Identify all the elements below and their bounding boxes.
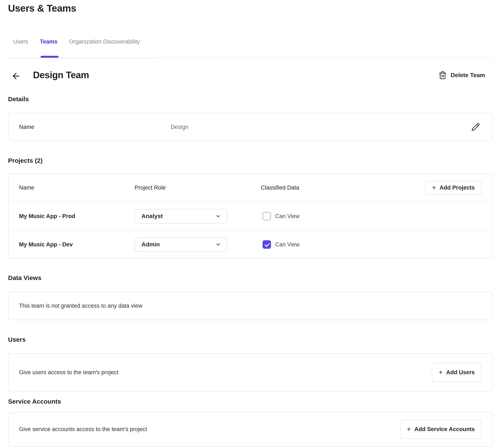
add-service-accounts-label: Add Service Accounts [414, 426, 475, 432]
column-header-name: Name [19, 184, 135, 191]
chevron-down-icon [215, 213, 221, 219]
add-users-button[interactable]: + Add Users [432, 363, 482, 382]
table-row: My Music App - Prod Analyst Can View [8, 202, 492, 230]
edit-name-button[interactable] [470, 121, 482, 133]
add-users-label: Add Users [446, 369, 475, 376]
tab-organization-discoverability[interactable]: Organization Discoverability [69, 38, 140, 45]
tab-teams[interactable]: Teams [40, 38, 58, 45]
chevron-down-icon [215, 242, 221, 247]
project-role-select[interactable]: Analyst [135, 209, 227, 224]
plus-icon: + [407, 425, 411, 432]
delete-team-label: Delete Team [451, 72, 485, 79]
trash-icon [438, 71, 447, 80]
project-name: My Music App - Dev [19, 241, 135, 248]
plus-icon: + [439, 368, 443, 376]
service-accounts-card: Give service accounts access to the team… [8, 412, 493, 447]
add-projects-label: Add Projects [439, 184, 475, 191]
details-heading: Details [8, 96, 29, 103]
team-name-value: Design [171, 124, 470, 130]
project-role-select[interactable]: Admin [135, 237, 227, 252]
tab-bar: Users Teams Organization Discoverability [13, 38, 140, 45]
page-title: Users & Teams [8, 2, 76, 14]
projects-table: Name Project Role Classified Data + Add … [8, 173, 493, 258]
back-button[interactable] [11, 71, 22, 81]
team-name-label: Name [19, 124, 171, 130]
data-views-card: This team is not granted access to any d… [8, 292, 493, 320]
project-role-value: Admin [141, 241, 160, 248]
table-row: My Music App - Dev Admin Can View [8, 230, 492, 258]
data-views-empty-text: This team is not granted access to any d… [19, 303, 143, 309]
tabbar-divider [8, 58, 154, 58]
team-title: Design Team [33, 70, 89, 80]
project-role-value: Analyst [141, 213, 163, 220]
can-view-checkbox[interactable] [262, 240, 271, 249]
can-view-label: Can View [275, 241, 300, 248]
data-views-heading: Data Views [8, 274, 41, 282]
project-name: My Music App - Prod [19, 213, 135, 220]
users-heading: Users [8, 336, 26, 343]
details-card: Name Design [8, 113, 493, 141]
service-accounts-heading: Service Accounts [8, 398, 61, 405]
can-view-checkbox[interactable] [262, 212, 271, 220]
projects-heading: Projects (2) [8, 157, 43, 164]
can-view-label: Can View [275, 213, 300, 220]
tab-users[interactable]: Users [13, 38, 28, 45]
plus-icon: + [432, 184, 436, 191]
pencil-icon [471, 123, 480, 131]
add-projects-button[interactable]: + Add Projects [425, 181, 482, 195]
arrow-left-icon [11, 71, 21, 81]
delete-team-button[interactable]: Delete Team [438, 71, 485, 80]
column-header-project-role: Project Role [135, 184, 261, 191]
users-description: Give users access to the team's project [19, 369, 482, 376]
add-service-accounts-button[interactable]: + Add Service Accounts [400, 420, 482, 439]
projects-table-header: Name Project Role Classified Data + Add … [8, 174, 492, 202]
users-card: Give users access to the team's project … [8, 353, 493, 391]
